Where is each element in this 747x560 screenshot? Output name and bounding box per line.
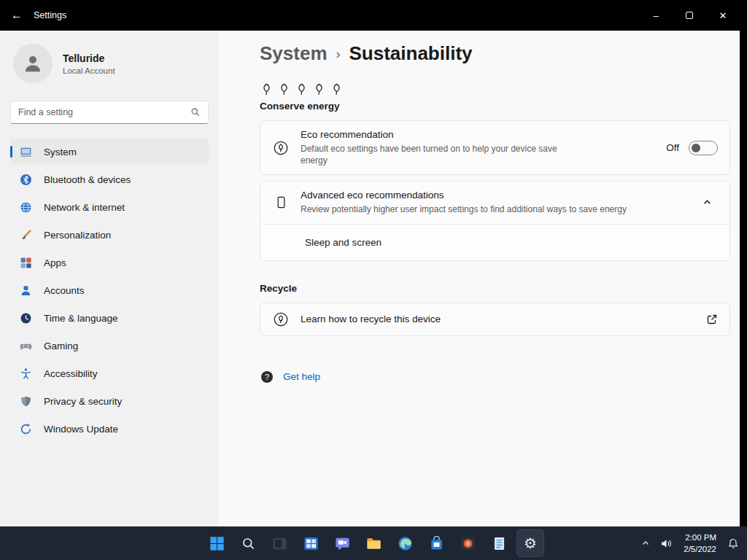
start-icon [209, 536, 225, 551]
sidebar-item-apps[interactable]: Apps [10, 249, 209, 276]
minimize-icon: – [653, 10, 658, 21]
maximize-button[interactable] [673, 0, 706, 31]
settings-gear-icon: ⚙ [524, 536, 537, 551]
clock[interactable]: 2:00 PM 2/5/2022 [678, 532, 722, 555]
sidebar-item-time-language[interactable]: Time & language [10, 305, 209, 331]
speaker-icon [660, 537, 673, 550]
windows-update-icon [19, 422, 32, 435]
sidebar-item-label: Accessibility [44, 368, 98, 379]
sidebar-item-label: Apps [44, 257, 66, 268]
main-content: System › Sustainability Conserve energy [219, 31, 740, 526]
user-account-row[interactable]: Telluride Local Account [10, 38, 209, 83]
conserve-energy-heading: Conserve energy [260, 101, 730, 112]
sidebar-item-label: Privacy & security [44, 396, 122, 407]
tray-date: 2/5/2022 [684, 543, 716, 555]
eco-recommendation-title: Eco recommendation [301, 129, 666, 140]
tray-overflow-button[interactable] [636, 529, 655, 557]
store-button[interactable] [422, 529, 450, 557]
bluetooth-icon [19, 173, 32, 186]
sidebar-item-network-internet[interactable]: Network & internet [10, 194, 209, 220]
back-button[interactable]: ← [0, 0, 34, 31]
leaf-icon [312, 82, 326, 96]
breadcrumb-separator-icon: › [336, 47, 341, 62]
recycle-card[interactable]: Learn how to recycle this device [260, 303, 730, 336]
search-box[interactable] [10, 101, 209, 124]
sidebar-item-bluetooth-devices[interactable]: Bluetooth & devices [10, 166, 209, 192]
sleep-and-screen-item[interactable]: Sleep and screen [260, 224, 729, 260]
task-view-button[interactable] [266, 529, 293, 557]
privacy-icon [19, 394, 32, 408]
account-type: Local Account [63, 66, 115, 75]
sidebar-item-label: System [44, 147, 77, 158]
personalization-icon [19, 228, 32, 241]
recycle-heading: Recycle [260, 283, 730, 294]
notepad-button[interactable] [485, 529, 513, 557]
breadcrumb: System › Sustainability [260, 42, 730, 65]
get-help-icon: ? [260, 370, 274, 384]
photos-icon [460, 536, 476, 551]
get-help-link[interactable]: Get help [283, 371, 320, 382]
close-button[interactable]: ✕ [706, 0, 740, 31]
eco-recommendation-toggle[interactable] [689, 141, 718, 155]
sidebar-item-personalization[interactable]: Personalization [10, 222, 209, 248]
eco-recommendation-description: Default eco settings have been turned on… [301, 143, 574, 166]
sidebar-item-gaming[interactable]: Gaming [10, 332, 209, 359]
sidebar-item-privacy-security[interactable]: Privacy & security [10, 388, 209, 414]
advanced-eco-card-group: Advanced eco recommendations Review pote… [260, 181, 730, 260]
taskbar-search-button[interactable] [234, 529, 262, 557]
accounts-icon [19, 284, 32, 297]
advanced-eco-title: Advanced eco recommendations [301, 190, 696, 201]
task-view-icon [272, 536, 287, 551]
page-title: Sustainability [349, 42, 473, 65]
settings-window: Telluride Local Account System Bluetooth… [0, 31, 740, 526]
eco-recommendation-card: Eco recommendation Default eco settings … [260, 120, 730, 175]
sidebar-item-label: Accounts [44, 285, 85, 296]
sidebar-item-label: Bluetooth & devices [44, 174, 131, 185]
photos-button[interactable] [454, 529, 481, 557]
volume-button[interactable] [655, 529, 678, 557]
chevron-up-icon [641, 539, 650, 548]
sidebar-item-system[interactable]: System [10, 139, 209, 165]
breadcrumb-system[interactable]: System [260, 42, 328, 65]
sidebar-item-accessibility[interactable]: Accessibility [10, 360, 209, 386]
advanced-eco-header[interactable]: Advanced eco recommendations Review pote… [260, 182, 729, 223]
collapse-button[interactable] [696, 192, 718, 214]
external-link-icon [706, 314, 718, 325]
apps-icon [19, 256, 32, 269]
settings-taskbar-button[interactable]: ⚙ [516, 529, 544, 557]
widgets-button[interactable] [297, 529, 325, 557]
notification-center-button[interactable] [722, 529, 744, 557]
bell-icon [727, 537, 739, 549]
get-help-row: ? Get help [260, 370, 730, 384]
recycle-leaf-icon [272, 311, 290, 327]
search-icon [241, 537, 255, 551]
toggle-knob [692, 144, 700, 152]
tray-time: 2:00 PM [684, 532, 716, 543]
search-icon [190, 107, 201, 117]
minimize-button[interactable]: – [639, 0, 673, 31]
sidebar-item-accounts[interactable]: Accounts [10, 277, 209, 303]
search-input[interactable] [18, 107, 190, 117]
chat-button[interactable] [328, 529, 356, 557]
leaf-icon [295, 82, 309, 96]
edge-button[interactable] [391, 529, 419, 557]
sidebar-item-label: Time & language [44, 313, 118, 324]
edge-icon [398, 536, 413, 551]
sidebar-item-label: Personalization [44, 230, 111, 241]
person-icon [22, 52, 44, 74]
toggle-state-label: Off [666, 142, 679, 153]
eco-leaf-icon [272, 140, 290, 156]
sidebar-nav: System Bluetooth & devices Network & int… [10, 139, 209, 442]
start-button[interactable] [203, 529, 231, 557]
gaming-icon [19, 339, 32, 352]
file-explorer-button[interactable] [360, 529, 387, 557]
sidebar-item-windows-update[interactable]: Windows Update [10, 416, 209, 442]
svg-text:?: ? [265, 373, 269, 381]
taskbar-center-icons: ⚙ [203, 526, 544, 560]
file-explorer-icon [366, 536, 382, 551]
leaf-icon [330, 82, 344, 96]
time-language-icon [19, 311, 32, 324]
device-icon [272, 195, 290, 209]
sidebar: Telluride Local Account System Bluetooth… [0, 31, 219, 526]
back-arrow-icon: ← [11, 9, 23, 22]
